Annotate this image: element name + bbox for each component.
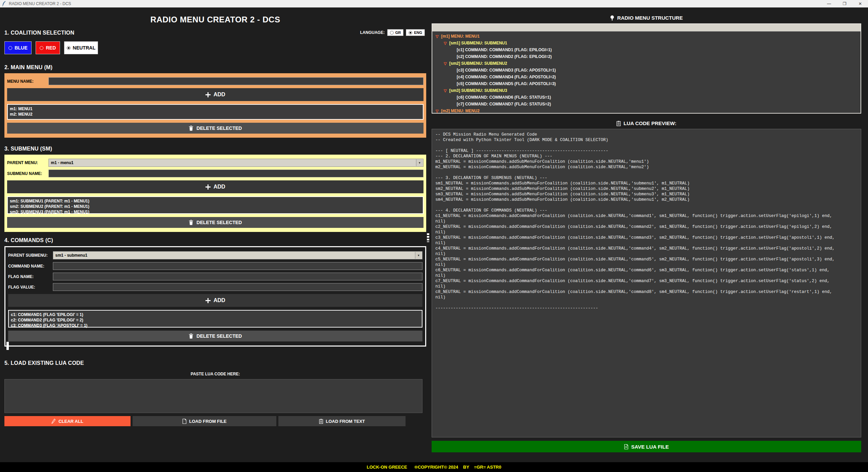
list-item[interactable]: c1: COMMAND1 (FLAG 'EPILOGI' = 1)	[11, 312, 420, 317]
clear-all-label: CLEAR ALL	[58, 419, 83, 424]
coalition-label: BLUE	[15, 45, 27, 51]
tree-row-label: [m1] MENU: MENU1	[441, 34, 479, 39]
file-icon	[182, 419, 186, 424]
tree-row[interactable]: [c5] COMMAND: COMMAND5 (FLAG: APOSTOLI=3…	[434, 80, 861, 87]
list-item[interactable]: sm1: SUBMENU1 (PARENT: m1 - MENU1)	[10, 198, 421, 204]
chevron-down-icon[interactable]: ▼	[415, 252, 422, 259]
tree-icon	[610, 15, 614, 21]
tree-row-label: [c1] COMMAND: COMMAND1 (FLAG: EPILOGI=1)	[457, 47, 552, 52]
list-item[interactable]: c3: COMMAND3 (FLAG 'APOSTOLI' = 1)	[11, 323, 420, 328]
expand-arrow-icon[interactable]: ▽	[443, 88, 447, 93]
right-panel: RADIO MENU STRUCTURE ▽[m1] MENU: MENU1▽[…	[432, 7, 861, 452]
list-item[interactable]: sm3: SUBMENU3 (PARENT: m1 - MENU1)	[10, 209, 421, 215]
tree-row[interactable]: ▽[m2] MENU: MENU2	[434, 107, 861, 113]
expand-arrow-icon[interactable]: ▽	[435, 34, 439, 39]
menu-name-input[interactable]	[48, 77, 423, 85]
commands-listbox[interactable]: c1: COMMAND1 (FLAG 'EPILOGI' = 1)c2: COM…	[8, 310, 422, 328]
tree-row[interactable]: ▽[sm3] SUBMENU: SUBMENU3	[434, 87, 861, 94]
tree-row[interactable]: ▽[sm1] SUBMENU: SUBMENU1	[434, 40, 861, 46]
submenu-add-button[interactable]: ADD	[7, 180, 423, 193]
flag-value-input[interactable]	[53, 283, 422, 291]
close-button[interactable]: ✕	[852, 0, 868, 7]
trash-icon	[189, 220, 193, 225]
submenu-delete-button[interactable]: DELETE SELECTED	[7, 217, 423, 228]
clear-all-button[interactable]: CLEAR ALL	[4, 416, 131, 426]
expand-arrow-icon[interactable]: ▽	[435, 109, 439, 113]
add-label: ADD	[214, 297, 225, 303]
main-menu-listbox[interactable]: m1: MENU1m2: MENU2	[7, 104, 423, 120]
tree-body: ▽[m1] MENU: MENU1▽[sm1] SUBMENU: SUBMENU…	[432, 32, 861, 113]
menu-name-label: MENU NAME:	[7, 79, 48, 84]
window-titlebar: RADIO MENU CREATOR 2 - DCS — ❐ ✕	[0, 0, 868, 7]
trash-icon	[189, 333, 193, 339]
list-item[interactable]: m2: MENU2	[10, 112, 421, 117]
plus-icon	[205, 184, 211, 190]
tree-row-label: [sm2] SUBMENU: SUBMENU2	[449, 61, 507, 66]
chevron-down-icon[interactable]: ▼	[416, 159, 423, 166]
tree-row-label: [c2] COMMAND: COMMAND2 (FLAG: EPILOGI=2)	[457, 54, 552, 59]
coalition-blue-button[interactable]: BLUE	[4, 41, 32, 54]
language-option-label: GR	[395, 31, 401, 35]
tree-row[interactable]: [c2] COMMAND: COMMAND2 (FLAG: EPILOGI=2)	[434, 53, 861, 60]
language-option-eng[interactable]: ENG	[406, 29, 425, 36]
language-option-gr[interactable]: GR	[387, 29, 404, 36]
load-from-file-button[interactable]: LOAD FROM FILE	[133, 416, 276, 426]
load-from-file-label: LOAD FROM FILE	[189, 419, 227, 424]
add-label: ADD	[214, 184, 225, 190]
save-file-icon	[624, 444, 628, 449]
tree-row-label: [c6] COMMAND: COMMAND6 (FLAG: STATUS=1)	[457, 95, 551, 100]
structure-heading-row: RADIO MENU STRUCTURE	[432, 15, 861, 21]
submenu-name-input[interactable]	[48, 170, 423, 177]
save-lua-file-button[interactable]: SAVE LUA FILE	[432, 441, 861, 452]
parent-submenu-combobox[interactable]: sm1 - submenu1 ▼	[53, 251, 422, 259]
coalition-label: RED	[46, 45, 56, 51]
text-cursor-mark	[6, 342, 9, 350]
flag-value-label: FLAG VALUE:	[8, 285, 53, 290]
load-from-text-button[interactable]: LOAD FROM TEXT	[278, 416, 406, 426]
main-menu-heading: 2. MAIN MENU (M)	[4, 64, 426, 71]
plus-icon	[205, 92, 211, 97]
tree-row[interactable]: [c7] COMMAND: COMMAND7 (FLAG: STATUS=2)	[434, 101, 861, 107]
radio-icon	[40, 46, 43, 50]
paste-lua-textarea[interactable]	[4, 379, 422, 413]
commands-panel: PARENT SUBMENU: sm1 - submenu1 ▼ COMMAND…	[4, 246, 426, 347]
lua-code-preview[interactable]: -- DCS Mission Radio Menu Generated Code…	[432, 129, 861, 437]
commands-add-button[interactable]: ADD	[8, 294, 422, 307]
load-heading: 5. LOAD EXISTING LUA CODE	[4, 360, 426, 366]
language-option-label: ENG	[414, 31, 422, 35]
expand-arrow-icon[interactable]: ▽	[443, 41, 447, 45]
main-menu-panel: MENU NAME: ADD m1: MENU1m2: MENU2 DELETE…	[4, 73, 426, 138]
tree-row[interactable]: [c1] COMMAND: COMMAND1 (FLAG: EPILOGI=1)	[434, 46, 861, 53]
main-menu-add-button[interactable]: ADD	[7, 88, 423, 101]
tree-row-label: [c3] COMMAND: COMMAND3 (FLAG: APOSTOLI=1…	[457, 68, 556, 73]
tree-row[interactable]: ▽[sm2] SUBMENU: SUBMENU2	[434, 60, 861, 67]
clipboard-icon	[616, 121, 621, 126]
list-item[interactable]: sm2: SUBMENU2 (PARENT: m1 - MENU1)	[10, 204, 421, 209]
tree-row[interactable]: ▽[m1] MENU: MENU1	[434, 33, 861, 40]
tree-row[interactable]: [c3] COMMAND: COMMAND3 (FLAG: APOSTOLI=1…	[434, 67, 861, 74]
scrollbar-thumb[interactable]	[427, 233, 429, 242]
main-menu-delete-button[interactable]: DELETE SELECTED	[7, 123, 423, 134]
trash-icon	[189, 125, 193, 131]
maximize-button[interactable]: ❐	[837, 0, 852, 7]
minimize-button[interactable]: —	[821, 0, 837, 7]
delete-label: DELETE SELECTED	[197, 125, 242, 131]
coalition-red-button[interactable]: RED	[36, 41, 60, 54]
submenu-listbox[interactable]: sm1: SUBMENU1 (PARENT: m1 - MENU1)sm2: S…	[7, 196, 423, 214]
submenu-heading: 3. SUBMENU (SM)	[4, 146, 426, 152]
radio-icon	[67, 46, 71, 50]
expand-arrow-icon[interactable]: ▽	[443, 61, 447, 66]
flag-name-input[interactable]	[53, 273, 422, 280]
clipboard-icon	[319, 419, 323, 424]
coalition-neutral-button[interactable]: NEUTRAL	[64, 41, 98, 54]
list-item[interactable]: c2: COMMAND2 (FLAG 'EPILOGI' = 2)	[11, 317, 420, 323]
tree-column-heading	[432, 24, 861, 32]
command-name-input[interactable]	[53, 262, 422, 270]
parent-menu-combobox[interactable]: m1 - menu1 ▼	[48, 159, 423, 167]
tree-row[interactable]: [c6] COMMAND: COMMAND6 (FLAG: STATUS=1)	[434, 94, 861, 101]
tree-row[interactable]: [c4] COMMAND: COMMAND4 (FLAG: APOSTOLI=2…	[434, 74, 861, 80]
commands-delete-button[interactable]: DELETE SELECTED	[8, 331, 422, 341]
list-item[interactable]: m1: MENU1	[10, 106, 421, 112]
save-lua-file-label: SAVE LUA FILE	[631, 444, 669, 450]
parent-submenu-label: PARENT SUBMENU:	[8, 253, 53, 258]
